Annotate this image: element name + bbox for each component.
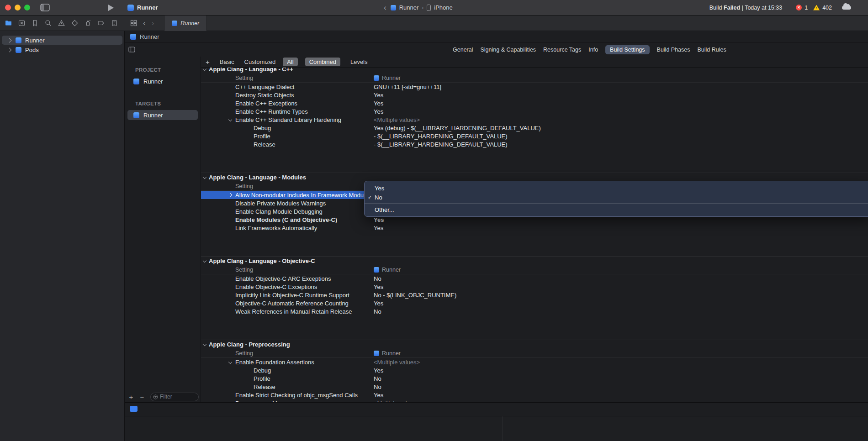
settings-row[interactable]: Preprocessor Macros<Multiple values>: [201, 399, 868, 402]
tests-navigator-icon[interactable]: [71, 20, 78, 27]
disclosure-chevron-icon[interactable]: [7, 38, 12, 42]
settings-row[interactable]: Link Frameworks AutomaticallyYes: [201, 224, 868, 232]
target-item-runner[interactable]: Runner: [127, 110, 198, 120]
setting-value[interactable]: No: [372, 308, 868, 315]
destination-name[interactable]: iPhone: [434, 4, 452, 11]
filter-field[interactable]: [150, 393, 199, 401]
xcode-cloud-icon[interactable]: [842, 6, 851, 10]
settings-row[interactable]: C++ Language DialectGNU++11 [-std=gnu++1…: [201, 83, 868, 91]
setting-value[interactable]: Yes: [372, 367, 868, 374]
run-button[interactable]: [108, 5, 114, 11]
issues-navigator-icon[interactable]: [58, 20, 65, 27]
jump-bar[interactable]: Runner: [125, 31, 868, 43]
scope-combined[interactable]: Combined: [305, 58, 340, 66]
navigator-item-pods[interactable]: Pods: [2, 45, 122, 54]
menu-item-no[interactable]: ✓No: [365, 193, 868, 202]
breakpoints-toggle-icon[interactable]: [130, 406, 138, 412]
setting-value[interactable]: Yes: [372, 100, 868, 107]
setting-value[interactable]: Yes (debug) - $(__LIBRARY_HARDENING_DEFA…: [372, 125, 868, 131]
activity-status[interactable]: Build Failed | Today at 15:33 1 402: [709, 0, 851, 15]
remove-target-button[interactable]: −: [139, 393, 145, 401]
scope-all[interactable]: All: [283, 58, 297, 66]
tab-build-rules[interactable]: Build Rules: [698, 47, 726, 53]
setting-value[interactable]: <Multiple values>: [372, 359, 868, 366]
setting-value[interactable]: No: [372, 375, 868, 382]
bookmarks-navigator-icon[interactable]: [31, 20, 38, 27]
toggle-editor-sidebar-icon[interactable]: [128, 47, 135, 52]
setting-value[interactable]: - $(__LIBRARY_HARDENING_DEFAULT_VALUE): [372, 141, 868, 148]
tab-build-phases[interactable]: Build Phases: [657, 47, 690, 53]
settings-row[interactable]: Release- $(__LIBRARY_HARDENING_DEFAULT_V…: [201, 140, 868, 148]
settings-row[interactable]: Profile- $(__LIBRARY_HARDENING_DEFAULT_V…: [201, 132, 868, 140]
settings-row[interactable]: DebugYes: [201, 366, 868, 374]
section-header[interactable]: Apple Clang - Language - C++: [201, 68, 868, 74]
project-navigator-icon[interactable]: [5, 20, 12, 27]
navigator-item-runner[interactable]: Runner: [2, 36, 122, 45]
setting-value[interactable]: Yes: [372, 284, 868, 290]
settings-row[interactable]: Enable Foundation Assertions<Multiple va…: [201, 358, 868, 366]
find-navigator-icon[interactable]: [44, 20, 52, 27]
settings-row[interactable]: Enable C++ Standard Library Hardening<Mu…: [201, 116, 868, 124]
source-control-navigator-icon[interactable]: [18, 20, 25, 27]
setting-value[interactable]: Yes: [372, 392, 868, 399]
setting-value[interactable]: No - $(LINK_OBJC_RUNTIME): [372, 292, 868, 299]
tab-build-settings[interactable]: Build Settings: [605, 45, 649, 54]
settings-row[interactable]: Enable C++ ExceptionsYes: [201, 99, 868, 107]
back-chevron-icon[interactable]: ‹: [384, 3, 386, 12]
settings-row[interactable]: DebugYes (debug) - $(__LIBRARY_HARDENING…: [201, 124, 868, 132]
add-target-button[interactable]: +: [128, 393, 134, 401]
tab-info[interactable]: Info: [588, 47, 598, 53]
disclosure-chevron-icon[interactable]: [7, 47, 12, 52]
scheme-name[interactable]: Runner: [399, 4, 419, 11]
scope-levels[interactable]: Levels: [350, 58, 368, 65]
tab-general[interactable]: General: [453, 47, 473, 53]
tab-resource-tags[interactable]: Resource Tags: [543, 47, 581, 53]
section-header[interactable]: Apple Clang - Preprocessing: [201, 340, 868, 349]
go-back-icon[interactable]: ‹: [143, 19, 146, 28]
settings-row[interactable]: ReleaseNo: [201, 383, 868, 391]
setting-value[interactable]: Yes: [372, 225, 868, 231]
breakpoints-navigator-icon[interactable]: [97, 20, 105, 27]
menu-item-other[interactable]: Other...: [365, 205, 868, 214]
setting-value[interactable]: Yes: [372, 216, 868, 223]
warning-badge-icon[interactable]: [813, 5, 820, 10]
settings-row[interactable]: Enable Objective-C ExceptionsYes: [201, 283, 868, 291]
error-badge-icon[interactable]: [796, 5, 802, 10]
filter-input[interactable]: [160, 394, 194, 400]
add-setting-button[interactable]: +: [206, 58, 210, 66]
settings-row[interactable]: ProfileNo: [201, 374, 868, 383]
setting-value[interactable]: <Multiple values>: [372, 116, 868, 123]
warning-count[interactable]: 402: [822, 5, 832, 11]
jump-bar-item[interactable]: Runner: [140, 33, 159, 40]
setting-value[interactable]: Yes: [372, 300, 868, 307]
settings-row[interactable]: Implicitly Link Objective-C Runtime Supp…: [201, 291, 868, 299]
settings-row[interactable]: Weak References in Manual Retain Release…: [201, 307, 868, 315]
go-forward-icon[interactable]: ›: [152, 19, 154, 28]
settings-row[interactable]: Enable Objective-C ARC ExceptionsNo: [201, 274, 868, 283]
error-count[interactable]: 1: [804, 5, 808, 11]
settings-row[interactable]: Enable C++ Runtime TypesYes: [201, 107, 868, 116]
setting-value[interactable]: No: [372, 383, 868, 390]
scope-basic[interactable]: Basic: [220, 58, 234, 65]
setting-value[interactable]: - $(__LIBRARY_HARDENING_DEFAULT_VALUE): [372, 133, 868, 140]
tab-signing-capabilities[interactable]: Signing & Capabilities: [480, 47, 536, 53]
reports-navigator-icon[interactable]: [111, 20, 118, 27]
tab-overview-icon[interactable]: [130, 20, 137, 27]
close-window-button[interactable]: [5, 5, 11, 10]
debug-navigator-icon[interactable]: [84, 20, 91, 27]
scope-customized[interactable]: Customized: [244, 58, 276, 65]
setting-value[interactable]: No: [372, 275, 868, 282]
settings-row[interactable]: Objective-C Automatic Reference Counting…: [201, 299, 868, 307]
zoom-window-button[interactable]: [24, 5, 30, 10]
section-header[interactable]: Apple Clang - Language - Objective-C: [201, 257, 868, 265]
tab-runner[interactable]: Runner: [164, 16, 207, 31]
minimize-window-button[interactable]: [15, 5, 21, 10]
setting-value[interactable]: Yes: [372, 92, 868, 99]
setting-value[interactable]: Yes: [372, 108, 868, 115]
settings-row[interactable]: Destroy Static ObjectsYes: [201, 91, 868, 99]
menu-item-yes[interactable]: Yes: [365, 184, 868, 193]
setting-value[interactable]: GNU++11 [-std=gnu++11]: [372, 84, 868, 90]
project-item-runner[interactable]: Runner: [127, 76, 198, 86]
settings-row[interactable]: Enable Strict Checking of objc_msgSend C…: [201, 391, 868, 399]
toggle-navigator-icon[interactable]: [40, 4, 50, 11]
